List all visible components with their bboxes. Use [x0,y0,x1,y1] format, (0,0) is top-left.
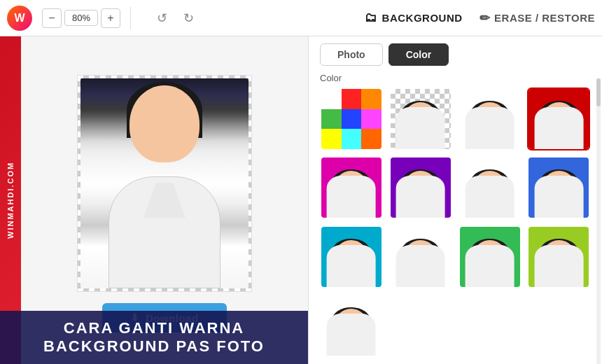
redo-button[interactable]: ↻ [177,7,200,29]
thumbnail-grid [309,88,602,364]
tab-row: Photo Color [309,36,602,73]
person-shirt-collar [144,183,186,218]
bottom-caption: CARA GANTI WARNA BACKGROUND PAS FOTO [0,311,308,364]
person-container-lime [535,239,583,287]
color-section-label: Color [309,73,602,88]
tab-color[interactable]: Color [388,43,449,66]
background-icon: 🗂 [365,10,378,25]
thumb-body-4 [327,176,376,218]
person-container-pink [328,169,376,218]
thumb-teal[interactable] [320,225,383,288]
thumb-body-5 [396,176,445,218]
thumb-photo-white4 [321,295,382,356]
main-content: WINMAHDI.COM ⬇ Download [0,36,602,364]
thumb-photo-white [460,89,520,149]
left-panel: WINMAHDI.COM ⬇ Download [0,36,308,364]
swatch-green [321,109,342,130]
thumb-body-3 [534,107,583,149]
person-container-blue [535,169,583,218]
history-buttons: ↺ ↻ [150,7,200,29]
person-container-white4 [328,307,376,356]
scrollbar-track[interactable] [596,78,601,364]
person-container-white2 [465,169,514,218]
thumb-body-2 [465,107,514,149]
person-container [396,101,444,149]
thumb-body-10 [465,245,514,287]
thumb-white3[interactable] [389,225,452,288]
divider [130,7,131,29]
person-container-green [465,239,514,287]
app-logo: W [7,6,32,31]
thumb-photo-lime [528,227,589,287]
erase-icon: ✏ [479,10,491,26]
person-container-white [465,101,514,149]
thumb-white2[interactable] [458,156,522,219]
person-container-white3 [396,239,444,287]
thumb-photo-purple [391,158,451,218]
thumb-photo-blue [528,158,589,218]
background-tab[interactable]: 🗂 BACKGROUND [365,10,463,25]
undo-button[interactable]: ↺ [150,7,173,29]
thumb-transparent[interactable] [389,88,452,150]
thumb-green[interactable] [458,225,522,288]
thumb-photo-white3 [391,227,451,287]
swatch-white [321,89,342,109]
top-bar-right: 🗂 BACKGROUND ✏ ERASE / RESTORE [205,10,595,26]
zoom-in-button[interactable]: + [101,8,120,28]
person-silhouette [80,78,248,288]
thumb-blue[interactable] [527,156,590,219]
swatch-blue [342,109,362,130]
swatch-yellow [321,129,342,149]
zoom-controls: − 80% + [42,8,120,28]
swatch-cyan [342,129,362,149]
thumb-white[interactable] [458,88,522,150]
thumb-pink[interactable] [320,156,383,219]
thumb-body-12 [327,314,376,356]
thumb-purple[interactable] [389,156,452,219]
swatch-magenta [361,109,382,130]
thumb-body [396,107,445,149]
photo-frame [77,75,252,292]
thumb-lime[interactable] [527,225,590,288]
swatch-orange [361,89,382,109]
photo-subject [80,78,248,288]
thumb-white4[interactable] [320,294,383,357]
zoom-value: 80% [64,10,98,26]
thumb-photo-red [528,89,589,149]
thumb-photo-pink [321,158,382,218]
right-panel: Photo Color Color [308,36,602,364]
zoom-out-button[interactable]: − [42,8,62,28]
thumb-body-11 [534,245,583,287]
scrollbar-thumb[interactable] [596,78,601,106]
person-container-red [535,101,583,149]
person-container-teal [328,239,376,287]
erase-restore-tab[interactable]: ✏ ERASE / RESTORE [479,10,595,26]
thumb-body-7 [534,176,583,218]
thumb-photo-teal [321,227,382,287]
thumb-photo-green [460,227,520,287]
person-body [108,176,220,288]
person-container-purple [396,169,444,218]
thumb-body-6 [465,176,514,218]
thumb-red[interactable] [527,88,590,150]
top-bar: W − 80% + ↺ ↻ 🗂 BACKGROUND ✏ ERASE / RES… [0,0,602,36]
swatch-amber [361,129,382,149]
thumb-photo-white2 [460,158,520,218]
swatch-red [342,89,362,109]
color-palette-cell[interactable] [320,88,383,150]
tab-photo[interactable]: Photo [320,43,383,66]
thumb-photo-transparent [391,89,451,149]
person-head [130,85,200,162]
thumb-body-9 [396,245,445,287]
thumb-body-8 [327,245,376,287]
